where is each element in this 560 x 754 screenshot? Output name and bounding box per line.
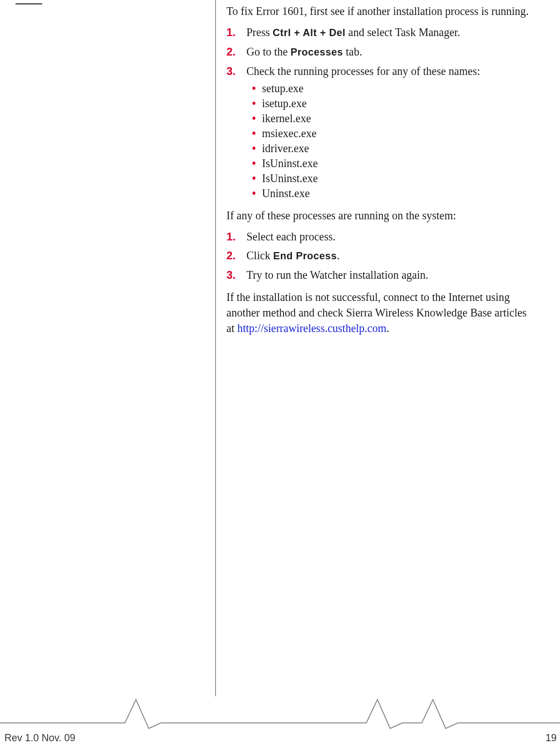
footer-revision: Rev 1.0 Nov. 09 <box>4 732 75 744</box>
step-pre-text: Press <box>246 26 273 38</box>
process-name-item: IsUninst.exe <box>250 171 537 186</box>
step-body: Select each process. <box>246 229 537 244</box>
step-number: 3. <box>226 63 246 201</box>
step-pre-text: Go to the <box>246 46 290 58</box>
step-number: 1. <box>226 24 246 41</box>
step-item: 1.Press Ctrl + Alt + Del and select Task… <box>226 24 537 41</box>
process-name-list: setup.exeisetup.exeikernel.exemsiexec.ex… <box>250 81 537 201</box>
process-name-item: Uninst.exe <box>250 186 537 201</box>
keyboard-command: Processes <box>290 47 343 58</box>
body-text: To fix Error 1601, first see if another … <box>226 3 537 341</box>
step-body: Go to the Processes tab. <box>246 44 537 60</box>
step-number: 3. <box>226 267 246 283</box>
step-number: 1. <box>226 229 246 244</box>
step-post-text: and select Task Manager. <box>346 26 461 38</box>
mid-paragraph: If any of these processes are running on… <box>226 208 537 223</box>
step-pre-text: Check the running processes for any of t… <box>246 65 480 77</box>
outro-paragraph: If the installation is not successful, c… <box>226 289 537 336</box>
keyboard-command: Ctrl + Alt + Del <box>273 27 345 38</box>
footer-wave-decoration <box>0 694 560 733</box>
step-post-text: . <box>337 249 340 262</box>
keyboard-command: End Process <box>273 250 337 262</box>
step-item: 3.Try to run the Watcher installation ag… <box>226 267 537 283</box>
step-pre-text: Try to run the Watcher installation agai… <box>246 269 428 281</box>
kb-link[interactable]: http://sierrawireless.custhelp.com <box>237 322 386 334</box>
steps-list-2: 1.Select each process.2.Click End Proces… <box>226 229 537 283</box>
process-name-item: msiexec.exe <box>250 126 537 141</box>
process-name-item: idriver.exe <box>250 141 537 156</box>
step-pre-text: Click <box>246 249 273 262</box>
process-name-item: isetup.exe <box>250 96 537 111</box>
step-item: 1.Select each process. <box>226 229 537 244</box>
step-body: Try to run the Watcher installation agai… <box>246 267 537 283</box>
step-post-text: tab. <box>343 46 362 58</box>
step-body: Press Ctrl + Alt + Del and select Task M… <box>246 24 537 41</box>
step-pre-text: Select each process. <box>246 230 335 243</box>
step-number: 2. <box>226 44 246 60</box>
step-body: Check the running processes for any of t… <box>246 63 537 201</box>
step-number: 2. <box>226 248 246 264</box>
steps-list-1: 1.Press Ctrl + Alt + Del and select Task… <box>226 24 537 201</box>
outro-post: . <box>386 322 389 334</box>
step-item: 2.Go to the Processes tab. <box>226 44 537 60</box>
top-divider <box>16 3 42 4</box>
step-item: 3.Check the running processes for any of… <box>226 63 537 201</box>
intro-paragraph: To fix Error 1601, first see if another … <box>226 3 537 19</box>
process-name-item: ikernel.exe <box>250 111 537 126</box>
footer-page-number: 19 <box>546 732 557 744</box>
margin-vertical-rule <box>215 0 216 696</box>
step-body: Click End Process. <box>246 248 537 264</box>
process-name-item: IsUninst.exe <box>250 156 537 171</box>
process-name-item: setup.exe <box>250 81 537 96</box>
step-item: 2.Click End Process. <box>226 248 537 264</box>
